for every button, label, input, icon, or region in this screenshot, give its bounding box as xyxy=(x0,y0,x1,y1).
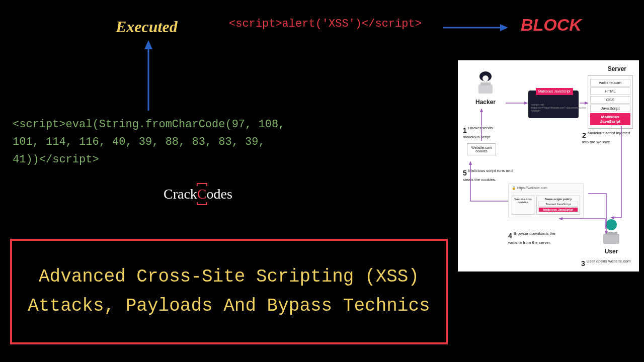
script-subtext: <script> var image.src="https://hacker.c… xyxy=(531,103,576,112)
svg-rect-7 xyxy=(480,82,491,85)
server-title: Server xyxy=(608,65,626,72)
step-number: 1 xyxy=(463,126,467,135)
step-3: 3User opens website.com xyxy=(581,259,634,268)
policy-title: Same-origin policy xyxy=(538,198,578,201)
step-text: Browser downloads the website from the s… xyxy=(508,231,555,245)
diagram-arrow-icon xyxy=(580,101,589,106)
svg-marker-12 xyxy=(524,102,528,105)
step-text: Hacker sends malicious script xyxy=(463,126,493,139)
step-number: 5 xyxy=(463,168,467,177)
payload-encoded-code: <script>eval(String.fromCharCode(97, 108… xyxy=(13,116,294,169)
svg-rect-6 xyxy=(478,84,493,94)
step-number: 3 xyxy=(581,259,585,268)
step-4: 4Browser downloads the website from the … xyxy=(508,231,561,246)
diagram-arrow-icon xyxy=(609,126,624,221)
arrow-up-icon xyxy=(138,40,158,111)
cookies-box: Website.com cookies xyxy=(467,143,496,155)
svg-marker-16 xyxy=(480,108,483,112)
server-row: JavaScript xyxy=(590,105,630,112)
block-label: BLOCK xyxy=(521,15,582,35)
step-number: 2 xyxy=(582,131,586,140)
svg-marker-18 xyxy=(558,217,562,220)
lock-icon: 🔒 xyxy=(512,186,516,190)
diagram-arrow-icon xyxy=(585,191,610,234)
title-text: Advanced Cross-Site Scripting (XSS) Atta… xyxy=(22,262,436,320)
svg-marker-19 xyxy=(469,161,472,165)
svg-marker-14 xyxy=(585,102,589,105)
diagram-arrow-icon xyxy=(468,161,511,206)
browser-window: 🔒https://website.com Website.com cookies… xyxy=(508,184,584,218)
user-label: User xyxy=(596,248,626,255)
server-row: HTML xyxy=(590,87,630,95)
server-box: website.com HTML CSS JavaScript Maliciou… xyxy=(588,75,633,129)
payload-simple-code: <script>alert('XSS')</script> xyxy=(229,18,422,30)
server-row: website.com xyxy=(590,79,630,86)
server-malicious-row: Malicious JavaScript xyxy=(590,113,630,125)
svg-marker-3 xyxy=(144,40,152,49)
browser-addressbar: 🔒https://website.com xyxy=(509,184,583,193)
hacker-icon xyxy=(470,70,501,97)
server-row: CSS xyxy=(590,96,630,104)
step-text: User opens website.com xyxy=(587,259,631,263)
svg-point-5 xyxy=(482,75,489,81)
logo: CrackCodes xyxy=(164,186,232,202)
policy-malicious: Malicious JavaScript xyxy=(538,207,578,212)
svg-marker-17 xyxy=(610,216,614,219)
svg-rect-9 xyxy=(603,234,619,244)
hacker-label: Hacker xyxy=(470,99,501,106)
script-tag: Malicious JavaScript xyxy=(536,88,573,95)
logo-part3: odes xyxy=(207,186,232,202)
hacker-figure: Hacker xyxy=(470,70,501,106)
logo-part2: C xyxy=(197,186,207,202)
step-1: 1Hacker sends malicious script xyxy=(463,126,508,140)
svg-marker-1 xyxy=(500,24,508,31)
browser-policy: Same-origin policy Trusted JavaScript Ma… xyxy=(536,196,580,215)
browser-cookies: Website.com cookies xyxy=(512,196,534,215)
diagram-arrow-icon xyxy=(506,101,528,106)
executed-label: Executed xyxy=(116,18,178,36)
logo-part1: Crack xyxy=(164,186,197,202)
policy-trusted: Trusted JavaScript xyxy=(538,202,578,207)
xss-diagram: Hacker Server website.com HTML CSS JavaS… xyxy=(458,60,639,272)
step-number: 4 xyxy=(508,231,512,240)
arrow-right-icon xyxy=(443,20,508,35)
title-box: Advanced Cross-Site Scripting (XSS) Atta… xyxy=(10,239,448,344)
diagram-arrow-icon xyxy=(479,108,484,141)
svg-marker-20 xyxy=(605,231,608,234)
